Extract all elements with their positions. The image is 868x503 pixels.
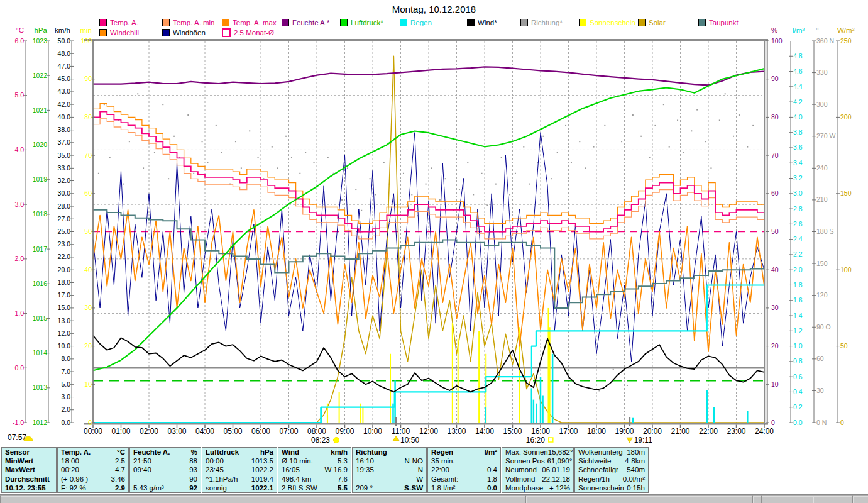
tick-label: 1014 (33, 349, 48, 357)
cell-value: 2.5 (115, 457, 125, 465)
cell-label: Sensor (5, 448, 30, 456)
table-row: (+ 0.96 )3.46 (58, 475, 128, 484)
x-tick-label: 21:00 (671, 427, 689, 436)
row-header: MaxWert (2, 465, 56, 474)
tick-label: 6.0 (14, 37, 24, 45)
cell-label: Ø 10 min. (282, 457, 313, 465)
cell-label: Temp. A. (61, 448, 91, 456)
tick-label: 80 (84, 113, 92, 121)
tick-label: 2.0 (793, 266, 803, 274)
tick-label: 60 (84, 189, 92, 197)
moonset-arrow-icon (627, 438, 633, 443)
tick-label: 5.0 (61, 380, 70, 388)
tick-label: 4.2 (793, 98, 803, 106)
statusbar-segment-3 (761, 495, 813, 503)
moonrise-arrow-icon (393, 436, 399, 441)
cell-label: Sonnenschein (578, 484, 624, 492)
axis-unit-label: min (80, 26, 92, 34)
table-row: 23:451022.2 (202, 465, 277, 474)
tick-label: 37.0 (58, 138, 71, 146)
cell-value: + 12% (549, 484, 570, 492)
row-header: Sensor (2, 448, 56, 456)
tick-label: 1022 (33, 72, 48, 79)
tick-label: 33.0 (58, 164, 71, 172)
tick-label: 45.0 (58, 75, 71, 82)
x-tick-label: 01:00 (111, 427, 130, 436)
weather-chart[interactable]: °ChPakm/hmin%l/m²°W/m²6.05.04.03.02.01.0… (0, 0, 868, 447)
tick-label: 100 (80, 37, 92, 45)
tick-label: 60 (771, 189, 779, 197)
tick-label: 10 (771, 380, 779, 388)
tick-label: 100 (771, 37, 783, 45)
cell-label: 21:50 (133, 457, 151, 465)
tick-label: 1019 (33, 175, 48, 183)
status-bar (0, 494, 868, 503)
tick-label: 1017 (33, 245, 48, 253)
tick-label: 0.0 (61, 419, 70, 426)
tick-label: 3.0 (61, 393, 70, 401)
table-group-wolkenunterg: Wolkenunterg180mSichtweite4-8kmSchneefal… (574, 447, 649, 493)
tick-label: 40 (771, 266, 779, 274)
cell-label: F: 92 % (61, 484, 86, 492)
axis-unit-label: W/m² (837, 26, 855, 34)
cell-label: 22:00 (431, 466, 449, 473)
x-tick-label: 19:00 (615, 427, 634, 436)
tick-label: 18.0 (58, 279, 71, 286)
tick-label: 4.4 (793, 82, 803, 90)
x-tick-label: 06:00 (251, 427, 270, 436)
tick-label: 13.0 (58, 317, 71, 324)
cell-label: ^1.1hPa/h (206, 475, 238, 483)
x-tick-label: 13:00 (447, 427, 466, 436)
table-row: 16:05W 16.9 (278, 465, 351, 474)
tick-label: 42.0 (58, 101, 71, 108)
table-row: 00:001013.5 (202, 456, 277, 465)
tick-label: 4.0 (14, 146, 24, 153)
tick-label: 50 (840, 342, 848, 350)
tick-label: 4.6 (793, 67, 803, 75)
tick-label: 2.8 (793, 205, 803, 213)
svg-text:19:11: 19:11 (634, 436, 652, 445)
x-tick-label: 04:00 (195, 427, 214, 436)
cell-value: 1022.2 (251, 466, 273, 473)
tick-label: 0.8 (793, 357, 803, 365)
tick-label: 2.6 (793, 220, 803, 228)
cell-value: N-NO (405, 457, 423, 465)
cell-label: MaxWert (5, 466, 35, 473)
tick-label: 70 (771, 152, 779, 159)
cell-label: Sonnen Pos (505, 457, 545, 465)
tick-label: 90 (771, 75, 779, 82)
cell-label: Durchschnitt (5, 475, 50, 483)
cell-value: 0.0l/m² (623, 475, 645, 483)
tick-label: 3.2 (793, 174, 803, 182)
table-row: Neumond06.01.19 (502, 465, 573, 474)
axis-unit-label: hPa (35, 26, 48, 34)
cell-value: W 16.9 (325, 466, 348, 473)
tick-label: 17.0 (58, 291, 71, 299)
tick-label: 20 (771, 342, 779, 350)
group-header: Temp. A.°C (58, 448, 128, 456)
tick-label: 90 (84, 75, 92, 82)
tick-label: 3.0 (793, 189, 803, 197)
x-tick-label: 11:00 (392, 427, 410, 436)
tick-label: 3.0 (14, 201, 24, 208)
cell-label: 10.12. 23:55 (5, 484, 46, 492)
tick-label: 47.0 (58, 62, 71, 70)
cell-value: 5.3 (338, 457, 348, 465)
tick-label: 150 (840, 189, 852, 197)
cell-label: Sichtweite (578, 457, 611, 465)
x-tick-label: 23:00 (727, 427, 745, 436)
statusbar-segment-2 (752, 495, 762, 503)
cell-label: Regen/1h (578, 475, 610, 483)
weather-app-window: Montag, 10.12.2018 Temp. A.Temp. A. minT… (0, 0, 868, 503)
tick-label: 3.6 (793, 143, 803, 151)
tick-label: 0 N (816, 419, 827, 426)
tick-label: 90 O (816, 323, 831, 331)
tick-label: 3.4 (793, 159, 803, 167)
x-tick-label: 22:00 (699, 427, 718, 436)
table-row: 5.43 g/m³92 (130, 484, 201, 492)
tick-label: 100 (840, 266, 852, 274)
table-row: Schneefallgr540m (575, 465, 648, 474)
cell-value: 1013.5 (251, 457, 273, 465)
tick-label: 0 (840, 419, 844, 426)
cell-label: 2 Bft S-SW (282, 484, 317, 492)
